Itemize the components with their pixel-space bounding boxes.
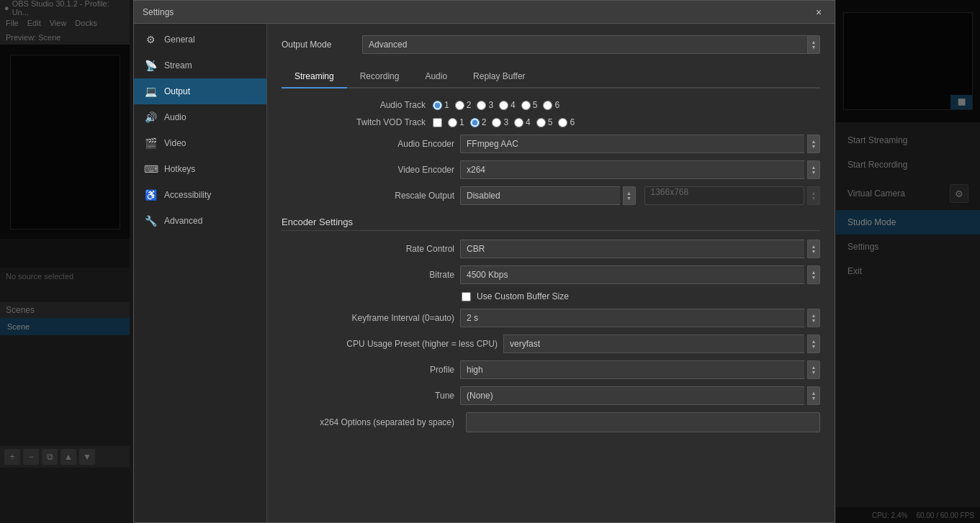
keyframe-interval-row: Keyframe Interval (0=auto) 2 s ▲ ▼: [282, 309, 820, 327]
video-encoder-row: Video Encoder x264 ▲ ▼: [282, 160, 820, 179]
audio-track-label: Audio Track: [282, 100, 426, 110]
tab-audio[interactable]: Audio: [412, 65, 460, 88]
nav-label-stream: Stream: [164, 60, 192, 71]
advanced-icon: 🔧: [144, 215, 157, 227]
profile-control: high ▲ ▼: [460, 360, 820, 379]
bitrate-label: Bitrate: [282, 270, 454, 280]
audio-track-radio-4[interactable]: [499, 101, 508, 110]
rate-control-control: CBR ▲ ▼: [460, 240, 820, 258]
output-mode-spinner[interactable]: ▲ ▼: [807, 35, 820, 54]
audio-track-5: 5: [521, 100, 538, 110]
encoder-settings-title: Encoder Settings: [282, 217, 820, 231]
custom-buffer-checkbox[interactable]: [462, 292, 471, 301]
nav-label-general: General: [164, 35, 195, 45]
rescale-disabled-spinner: ▲ ▼: [807, 186, 820, 205]
audio-encoder-select[interactable]: FFmpeg AAC: [460, 135, 804, 153]
profile-select[interactable]: high: [460, 360, 804, 379]
keyframe-interval-input[interactable]: 2 s: [460, 309, 804, 327]
rescale-output-row: Rescale Output Disabled ▲ ▼ 1366x768 ▲ ▼: [282, 186, 820, 205]
audio-track-row: Audio Track 1 2 3: [282, 100, 820, 110]
audio-encoder-label: Audio Encoder: [282, 139, 454, 149]
audio-track-radio-1[interactable]: [433, 101, 442, 110]
rate-control-spinner[interactable]: ▲ ▼: [807, 240, 820, 258]
cpu-preset-select[interactable]: veryfast: [503, 335, 804, 353]
bitrate-spinner[interactable]: ▲ ▼: [807, 265, 820, 284]
vod-track-radio-5[interactable]: [536, 118, 546, 127]
rescale-output-label: Rescale Output: [282, 191, 454, 201]
audio-track-2: 2: [455, 100, 472, 110]
bitrate-input[interactable]: 4500 Kbps: [460, 265, 804, 284]
rate-control-row: Rate Control CBR ▲ ▼: [282, 240, 820, 258]
cpu-preset-spinner[interactable]: ▲ ▼: [807, 335, 820, 353]
twitch-vod-checkbox[interactable]: [433, 118, 442, 127]
tab-replay-buffer[interactable]: Replay Buffer: [460, 65, 539, 88]
rate-control-select[interactable]: CBR: [460, 240, 804, 258]
nav-item-advanced[interactable]: 🔧 Advanced: [134, 208, 266, 234]
nav-item-accessibility[interactable]: ♿ Accessibility: [134, 182, 266, 208]
tune-select[interactable]: (None): [460, 386, 804, 405]
output-mode-row: Output Mode Advanced ▲ ▼: [282, 35, 820, 54]
tab-streaming[interactable]: Streaming: [282, 65, 347, 88]
vod-track-radio-1[interactable]: [448, 118, 457, 127]
vod-track-radio-6[interactable]: [558, 118, 567, 127]
audio-track-4: 4: [499, 100, 516, 110]
cpu-preset-label: CPU Usage Preset (higher = less CPU): [282, 339, 498, 349]
keyframe-interval-control: 2 s ▲ ▼: [460, 309, 820, 327]
nav-item-audio[interactable]: 🔊 Audio: [134, 104, 266, 130]
nav-item-stream[interactable]: 📡 Stream: [134, 53, 266, 78]
nav-item-hotkeys[interactable]: ⌨ Hotkeys: [134, 156, 266, 182]
nav-label-audio: Audio: [164, 112, 186, 122]
audio-encoder-control: FFmpeg AAC ▲ ▼: [460, 135, 820, 153]
profile-label: Profile: [282, 365, 454, 375]
vod-track-3: 3: [492, 117, 508, 127]
tune-spinner[interactable]: ▲ ▼: [807, 386, 820, 405]
audio-encoder-spinner[interactable]: ▲ ▼: [807, 135, 820, 153]
nav-label-video: Video: [164, 138, 186, 148]
audio-track-radio-6[interactable]: [543, 101, 552, 110]
hotkeys-icon: ⌨: [144, 163, 157, 175]
audio-track-radio-5[interactable]: [521, 101, 531, 110]
audio-track-radio-group: 1 2 3 4 5: [433, 100, 559, 110]
general-icon: ⚙: [144, 34, 157, 45]
tab-recording[interactable]: Recording: [347, 65, 413, 88]
nav-item-output[interactable]: 💻 Output: [134, 78, 266, 104]
profile-spinner[interactable]: ▲ ▼: [807, 360, 820, 379]
vod-track-5: 5: [536, 117, 553, 127]
cpu-preset-control: veryfast ▲ ▼: [503, 335, 820, 353]
bitrate-row: Bitrate 4500 Kbps ▲ ▼: [282, 265, 820, 284]
nav-item-video[interactable]: 🎬 Video: [134, 130, 266, 156]
vod-track-6: 6: [558, 117, 575, 127]
accessibility-icon: ♿: [144, 189, 157, 201]
settings-window: Settings × ⚙ General 📡 Stream 💻 Output 🔊…: [133, 0, 835, 523]
nav-label-output: Output: [164, 86, 190, 96]
nav-label-advanced: Advanced: [164, 216, 202, 226]
audio-track-radio-2[interactable]: [455, 101, 464, 110]
x264-options-input[interactable]: [466, 412, 820, 432]
profile-row: Profile high ▲ ▼: [282, 360, 820, 379]
audio-icon: 🔊: [144, 112, 157, 123]
output-mode-select[interactable]: Advanced: [362, 35, 807, 54]
vod-track-radio-2[interactable]: [470, 118, 480, 127]
settings-body: ⚙ General 📡 Stream 💻 Output 🔊 Audio 🎬 Vi…: [134, 24, 835, 522]
audio-track-radio-3[interactable]: [477, 101, 486, 110]
video-encoder-control: x264 ▲ ▼: [460, 160, 820, 179]
vod-track-radio-3[interactable]: [492, 118, 501, 127]
audio-track-3: 3: [477, 100, 493, 110]
settings-nav: ⚙ General 📡 Stream 💻 Output 🔊 Audio 🎬 Vi…: [134, 24, 267, 522]
rate-control-label: Rate Control: [282, 244, 454, 254]
rescale-output-select[interactable]: Disabled: [460, 186, 620, 205]
video-encoder-select[interactable]: x264: [460, 160, 804, 179]
video-encoder-spinner[interactable]: ▲ ▼: [807, 160, 820, 179]
twitch-vod-row: Twitch VOD Track 1 2 3: [282, 117, 820, 127]
twitch-vod-radio-group: 1 2 3 4 5: [433, 117, 575, 127]
settings-titlebar: Settings ×: [134, 1, 835, 24]
nav-item-general[interactable]: ⚙ General: [134, 27, 266, 53]
rescale-output-spinner[interactable]: ▲ ▼: [623, 186, 636, 205]
tune-control: (None) ▲ ▼: [460, 386, 820, 405]
keyframe-interval-spinner[interactable]: ▲ ▼: [807, 309, 820, 327]
output-icon: 💻: [144, 86, 157, 97]
settings-close-button[interactable]: ×: [812, 5, 826, 19]
audio-track-1: 1: [433, 100, 449, 110]
settings-title-text: Settings: [143, 7, 174, 17]
vod-track-radio-4[interactable]: [514, 118, 523, 127]
